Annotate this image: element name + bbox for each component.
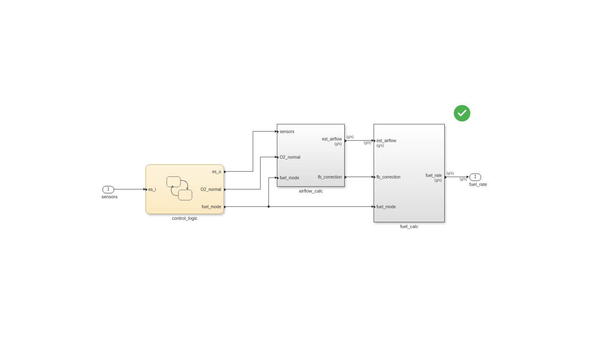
port-es-i: es_i bbox=[148, 187, 156, 192]
wire-est-airflow-unit-in: (g/s) bbox=[364, 140, 371, 145]
port-fuel-mode-in2: fuel_mode bbox=[377, 205, 396, 209]
port-fb-correction-in: fb_correction bbox=[377, 175, 400, 179]
port-o2-normal-in: O2_normal bbox=[280, 155, 300, 159]
svg-point-0 bbox=[268, 206, 270, 208]
block-airflow-calc-name: airflow_calc bbox=[277, 188, 345, 193]
check-icon bbox=[457, 108, 467, 119]
block-airflow-calc[interactable]: sensors O2_normal fuel_mode est_airflow … bbox=[277, 124, 345, 187]
wire-est-airflow-unit-out: (g/s) bbox=[346, 135, 354, 139]
block-control-logic-name: control_logic bbox=[145, 216, 224, 221]
port-est-airflow-out: est_airflow bbox=[322, 137, 342, 141]
port-fuel-rate-out-unit: (g/s) bbox=[434, 178, 442, 182]
wire-fuel-rate-unit-wire: (g/s) bbox=[460, 177, 467, 181]
outport-number: 1 bbox=[474, 174, 477, 179]
diagram-canvas: 1 sensors es_i es_o O2_normal fuel_mode … bbox=[0, 0, 615, 364]
check-badge-icon bbox=[454, 105, 470, 121]
port-sensors-in: sensors bbox=[280, 129, 294, 134]
port-est-airflow-unit: (g/s) bbox=[334, 142, 342, 146]
block-control-logic[interactable]: es_i es_o O2_normal fuel_mode bbox=[145, 164, 224, 214]
block-fuel-calc-name: fuel_calc bbox=[374, 224, 445, 229]
outport-label: fuel_rate bbox=[464, 182, 493, 187]
port-est-airflow-in-unit: (g/s) bbox=[377, 143, 384, 148]
inport-label: sensors bbox=[99, 194, 120, 199]
port-fuel-mode-in: fuel_mode bbox=[280, 176, 299, 180]
port-fb-correction-out: fb_correction bbox=[318, 175, 342, 179]
outport-fuel-rate[interactable]: 1 bbox=[470, 174, 481, 181]
port-fuel-mode: fuel_mode bbox=[202, 205, 221, 209]
stateflow-glyph bbox=[167, 176, 200, 201]
block-fuel-calc[interactable]: est_airflow (g/s) fb_correction fuel_mod… bbox=[374, 124, 445, 222]
port-est-airflow-in: est_airflow bbox=[377, 138, 396, 143]
inport-sensors[interactable]: 1 bbox=[102, 186, 114, 193]
port-fuel-rate-out: fuel_rate bbox=[426, 173, 442, 178]
port-o2-normal: O2_normal bbox=[201, 187, 221, 192]
wire-fuel-rate-unit-out: (g/s) bbox=[446, 171, 454, 175]
port-es-o: es_o bbox=[212, 169, 221, 174]
inport-number: 1 bbox=[107, 187, 110, 191]
